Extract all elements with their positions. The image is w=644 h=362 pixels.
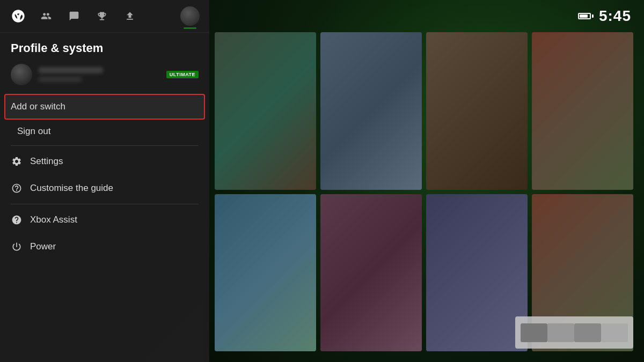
avatar-nav-icon[interactable] bbox=[180, 6, 200, 26]
avatar-active-indicator bbox=[184, 27, 196, 29]
profile-avatar bbox=[11, 64, 32, 85]
power-label: Power bbox=[30, 241, 56, 252]
xbox-assist-label: Xbox Assist bbox=[30, 215, 77, 225]
settings-label: Settings bbox=[30, 156, 63, 167]
game-tile bbox=[215, 194, 316, 352]
guide-icon bbox=[11, 182, 23, 194]
gear-icon bbox=[11, 156, 23, 167]
battery-fill bbox=[580, 14, 588, 18]
game-tile bbox=[532, 32, 633, 190]
help-icon bbox=[11, 214, 23, 226]
menu-item-xbox-assist[interactable]: Xbox Assist bbox=[4, 206, 205, 233]
battery-icon bbox=[578, 13, 594, 19]
sidebar-panel: Profile & system ULTIMATE Add or switch … bbox=[0, 0, 209, 362]
menu-items-container: Add or switch Sign out Settings Customis… bbox=[0, 94, 209, 362]
menu-item-add-or-switch[interactable]: Add or switch bbox=[4, 94, 205, 120]
nav-bar bbox=[0, 0, 209, 33]
battery-tip bbox=[592, 14, 594, 18]
profile-name-blur bbox=[39, 67, 103, 73]
card-block bbox=[547, 323, 574, 342]
customise-guide-label: Customise the guide bbox=[30, 183, 113, 194]
game-tile bbox=[426, 194, 528, 352]
profile-section: Profile & system ULTIMATE bbox=[0, 33, 209, 94]
time-display: 5:45 bbox=[599, 8, 631, 25]
power-icon bbox=[11, 241, 23, 253]
chat-nav-icon[interactable] bbox=[65, 8, 83, 25]
avatar-image bbox=[180, 6, 200, 26]
game-grid bbox=[215, 32, 633, 351]
profile-info bbox=[39, 67, 160, 82]
section-title: Profile & system bbox=[11, 41, 199, 55]
profile-row: ULTIMATE bbox=[11, 64, 199, 85]
share-nav-icon[interactable] bbox=[121, 8, 138, 25]
menu-item-power[interactable]: Power bbox=[4, 233, 205, 260]
card-block bbox=[574, 323, 601, 342]
menu-divider-1 bbox=[11, 145, 199, 146]
add-or-switch-label: Add or switch bbox=[11, 101, 65, 112]
avatar-circle bbox=[180, 6, 200, 26]
profile-gamertag-blur bbox=[39, 77, 82, 82]
menu-item-sign-out[interactable]: Sign out bbox=[11, 120, 205, 143]
game-tile bbox=[320, 32, 422, 190]
battery-body bbox=[578, 13, 591, 19]
sign-out-label: Sign out bbox=[17, 126, 50, 136]
xbox-nav-icon[interactable] bbox=[10, 8, 27, 25]
trophy-nav-icon[interactable] bbox=[93, 8, 111, 25]
menu-item-settings[interactable]: Settings bbox=[4, 148, 205, 175]
game-tile bbox=[215, 32, 316, 190]
ultimate-badge: ULTIMATE bbox=[166, 71, 199, 78]
game-tile bbox=[426, 32, 528, 190]
menu-item-customise-guide[interactable]: Customise the guide bbox=[4, 175, 205, 202]
status-bar: 5:45 bbox=[578, 8, 631, 25]
game-tile bbox=[320, 194, 422, 352]
bottom-card bbox=[515, 316, 633, 349]
card-block bbox=[521, 323, 547, 342]
card-block bbox=[601, 323, 628, 342]
people-nav-icon[interactable] bbox=[38, 8, 55, 25]
menu-divider-2 bbox=[11, 204, 199, 204]
